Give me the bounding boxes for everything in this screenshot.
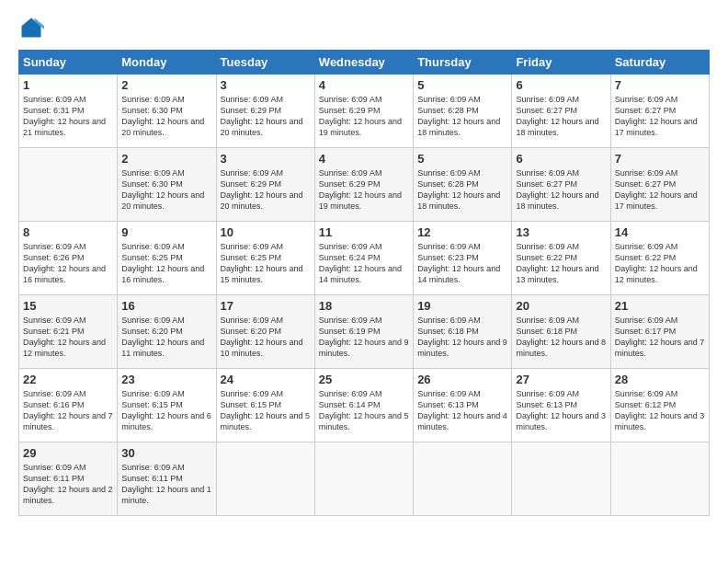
cell-text: Sunrise: 6:09 AMSunset: 6:11 PMDaylight:… [23,463,113,505]
calendar-row: 2 Sunrise: 6:09 AMSunset: 6:30 PMDayligh… [19,148,710,222]
day-number: 9 [121,225,211,239]
calendar-cell: 25 Sunrise: 6:09 AMSunset: 6:14 PMDaylig… [314,369,413,442]
calendar-cell: 28 Sunrise: 6:09 AMSunset: 6:12 PMDaylig… [610,369,709,442]
calendar-cell: 13 Sunrise: 6:09 AMSunset: 6:22 PMDaylig… [512,222,610,295]
cell-text: Sunrise: 6:09 AMSunset: 6:28 PMDaylight:… [417,95,500,137]
calendar-cell: 7 Sunrise: 6:09 AMSunset: 6:27 PMDayligh… [610,148,709,222]
cell-text: Sunrise: 6:09 AMSunset: 6:23 PMDaylight:… [417,242,500,284]
cell-text: Sunrise: 6:09 AMSunset: 6:13 PMDaylight:… [417,389,507,431]
calendar-cell: 29 Sunrise: 6:09 AMSunset: 6:11 PMDaylig… [19,442,118,516]
svg-marker-0 [22,18,41,38]
day-number: 24 [221,373,311,386]
calendar-cell [216,442,314,516]
day-number: 4 [319,78,409,92]
calendar-cell: 27 Sunrise: 6:09 AMSunset: 6:13 PMDaylig… [512,369,610,442]
day-number: 27 [516,373,606,386]
calendar-row: 22 Sunrise: 6:09 AMSunset: 6:16 PMDaylig… [19,369,710,442]
cell-text: Sunrise: 6:09 AMSunset: 6:14 PMDaylight:… [319,389,409,431]
cell-text: Sunrise: 6:09 AMSunset: 6:22 PMDaylight:… [516,242,598,284]
calendar-cell: 5 Sunrise: 6:09 AMSunset: 6:28 PMDayligh… [414,75,512,148]
day-number: 5 [417,152,507,166]
day-number: 14 [615,225,705,239]
day-number: 6 [516,78,606,92]
day-number: 10 [221,225,311,239]
calendar-cell [414,442,512,516]
day-number: 20 [516,299,606,313]
day-number: 4 [319,152,409,166]
calendar-cell: 6 Sunrise: 6:09 AMSunset: 6:27 PMDayligh… [512,148,610,222]
calendar-cell: 26 Sunrise: 6:09 AMSunset: 6:13 PMDaylig… [414,369,512,442]
day-number: 7 [615,78,705,92]
calendar-cell: 4 Sunrise: 6:09 AMSunset: 6:29 PMDayligh… [314,148,413,222]
day-number: 17 [221,299,311,313]
cell-text: Sunrise: 6:09 AMSunset: 6:29 PMDaylight:… [319,95,402,137]
cell-text: Sunrise: 6:09 AMSunset: 6:18 PMDaylight:… [417,316,507,358]
calendar-cell [512,442,610,516]
calendar-cell: 21 Sunrise: 6:09 AMSunset: 6:17 PMDaylig… [610,295,709,369]
cell-text: Sunrise: 6:09 AMSunset: 6:12 PMDaylight:… [615,389,705,431]
calendar-cell: 20 Sunrise: 6:09 AMSunset: 6:18 PMDaylig… [512,295,610,369]
cell-text: Sunrise: 6:09 AMSunset: 6:20 PMDaylight:… [121,316,204,358]
cell-text: Sunrise: 6:09 AMSunset: 6:29 PMDaylight:… [319,168,402,211]
day-number: 16 [121,299,211,313]
header-tuesday: Tuesday [216,51,314,75]
cell-text: Sunrise: 6:09 AMSunset: 6:27 PMDaylight:… [516,95,598,137]
header-wednesday: Wednesday [314,51,413,75]
calendar-row: 29 Sunrise: 6:09 AMSunset: 6:11 PMDaylig… [19,442,710,516]
day-number: 3 [221,152,311,166]
day-number: 6 [516,152,606,166]
calendar-cell [314,442,413,516]
calendar-cell: 4 Sunrise: 6:09 AMSunset: 6:29 PMDayligh… [314,75,413,148]
day-number: 18 [319,299,409,313]
cell-text: Sunrise: 6:09 AMSunset: 6:30 PMDaylight:… [121,95,204,137]
cell-text: Sunrise: 6:09 AMSunset: 6:18 PMDaylight:… [516,316,606,358]
calendar-cell: 6 Sunrise: 6:09 AMSunset: 6:27 PMDayligh… [512,75,610,148]
logo-icon [18,15,44,40]
cell-text: Sunrise: 6:09 AMSunset: 6:20 PMDaylight:… [221,316,303,358]
day-number: 22 [23,373,113,386]
calendar-cell: 8 Sunrise: 6:09 AMSunset: 6:26 PMDayligh… [19,222,118,295]
cell-text: Sunrise: 6:09 AMSunset: 6:25 PMDaylight:… [221,242,303,284]
calendar-cell: 22 Sunrise: 6:09 AMSunset: 6:16 PMDaylig… [19,369,118,442]
header-friday: Friday [512,51,610,75]
calendar-cell: 23 Sunrise: 6:09 AMSunset: 6:15 PMDaylig… [118,369,216,442]
cell-text: Sunrise: 6:09 AMSunset: 6:11 PMDaylight:… [121,463,211,505]
cell-text: Sunrise: 6:09 AMSunset: 6:29 PMDaylight:… [221,168,303,211]
day-number: 23 [121,373,211,386]
cell-text: Sunrise: 6:09 AMSunset: 6:31 PMDaylight:… [23,95,106,137]
cell-text: Sunrise: 6:09 AMSunset: 6:26 PMDaylight:… [23,242,106,284]
cell-text: Sunrise: 6:09 AMSunset: 6:15 PMDaylight:… [221,389,311,431]
cell-text: Sunrise: 6:09 AMSunset: 6:27 PMDaylight:… [615,168,698,211]
day-number: 2 [121,152,211,166]
cell-text: Sunrise: 6:09 AMSunset: 6:28 PMDaylight:… [417,168,500,211]
day-number: 1 [23,78,113,92]
calendar-cell: 1 Sunrise: 6:09 AMSunset: 6:31 PMDayligh… [19,75,118,148]
day-number: 26 [417,373,507,386]
calendar-cell: 19 Sunrise: 6:09 AMSunset: 6:18 PMDaylig… [414,295,512,369]
calendar-cell: 7 Sunrise: 6:09 AMSunset: 6:27 PMDayligh… [610,75,709,148]
logo [18,15,48,40]
calendar-cell: 10 Sunrise: 6:09 AMSunset: 6:25 PMDaylig… [216,222,314,295]
calendar-row: 8 Sunrise: 6:09 AMSunset: 6:26 PMDayligh… [19,222,710,295]
day-number: 15 [23,299,113,313]
page: Sunday Monday Tuesday Wednesday Thursday… [0,0,728,531]
cell-text: Sunrise: 6:09 AMSunset: 6:25 PMDaylight:… [121,242,204,284]
calendar-row: 1 Sunrise: 6:09 AMSunset: 6:31 PMDayligh… [19,75,710,148]
header-sunday: Sunday [19,51,118,75]
weekday-header-row: Sunday Monday Tuesday Wednesday Thursday… [19,51,710,75]
cell-text: Sunrise: 6:09 AMSunset: 6:27 PMDaylight:… [516,168,598,211]
cell-text: Sunrise: 6:09 AMSunset: 6:21 PMDaylight:… [23,316,106,358]
day-number: 21 [615,299,705,313]
header-thursday: Thursday [414,51,512,75]
calendar-cell: 3 Sunrise: 6:09 AMSunset: 6:29 PMDayligh… [216,148,314,222]
calendar-cell: 9 Sunrise: 6:09 AMSunset: 6:25 PMDayligh… [118,222,216,295]
day-number: 12 [417,225,507,239]
calendar-cell: 24 Sunrise: 6:09 AMSunset: 6:15 PMDaylig… [216,369,314,442]
day-number: 30 [121,446,211,460]
calendar-cell: 30 Sunrise: 6:09 AMSunset: 6:11 PMDaylig… [118,442,216,516]
cell-text: Sunrise: 6:09 AMSunset: 6:27 PMDaylight:… [615,95,698,137]
calendar-cell [19,148,118,222]
calendar-cell: 14 Sunrise: 6:09 AMSunset: 6:22 PMDaylig… [610,222,709,295]
calendar-cell: 17 Sunrise: 6:09 AMSunset: 6:20 PMDaylig… [216,295,314,369]
day-number: 8 [23,225,113,239]
